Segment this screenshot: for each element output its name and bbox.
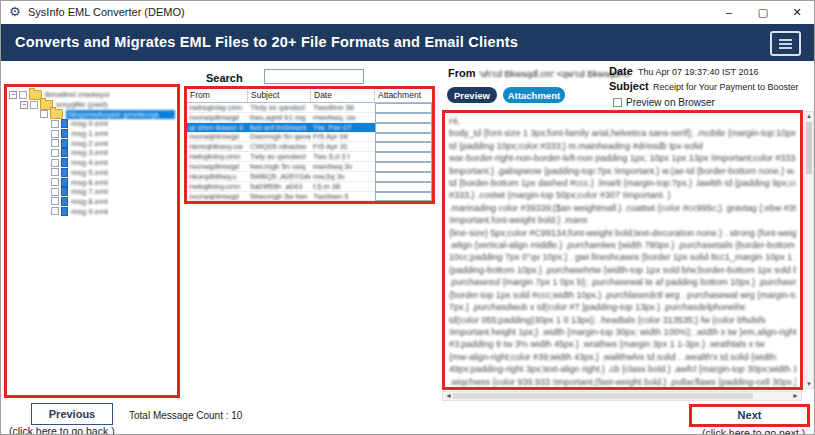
cell-date: Twu 5,d 3 t <box>311 152 375 162</box>
cell-subject: bwu.agmt b1 mg <box>248 113 311 123</box>
date-label: Date <box>609 65 633 77</box>
scroll-down-icon[interactable]: ▼ <box>805 380 813 388</box>
tree-checkbox[interactable] <box>51 149 59 157</box>
preview-on-browser-checkbox[interactable] <box>613 98 622 107</box>
tree-row-message[interactable]: msg 9.eml <box>51 206 177 216</box>
tree-item-label[interactable]: msg 7.eml <box>71 187 108 196</box>
cell-attachment <box>375 133 432 143</box>
tree-checkbox[interactable] <box>30 101 38 109</box>
eml-file-icon <box>61 119 68 128</box>
tree-checkbox[interactable] <box>51 130 59 138</box>
cell-attachment <box>375 162 432 172</box>
tree-row-subfolder[interactable]: − smygfile (pwd) <box>20 100 177 110</box>
total-message-count: Total Message Count : 10 <box>129 410 242 421</box>
table-row[interactable]: nwbqlbdvy.cmn 5a09f55h .a043 f,5,m 38 <box>187 182 432 192</box>
cell-date: f,5,m 38 <box>311 182 375 192</box>
column-header-attachment[interactable]: Attachment <box>375 89 432 102</box>
cell-from: nvcrwqbtmwgd <box>187 192 248 202</box>
table-row[interactable]: nvcrwqbtmwgd 5bwcmgb 5w fwn Twctbwn 5 <box>187 192 432 202</box>
window-controls: – ▢ ✕ <box>720 1 806 23</box>
tree-item-label[interactable]: smygfile (pwd) <box>56 100 108 109</box>
email-preview-pane[interactable]: Hi, body_td {font-size 1 3px;font-family… <box>442 110 803 390</box>
tree-checkbox[interactable] <box>51 139 59 147</box>
tree-checkbox[interactable] <box>51 178 59 186</box>
tree-row-message[interactable]: msg 0.eml <box>51 119 177 129</box>
cell-subject: CWQ05 nlbacbw <box>248 142 311 152</box>
from-value: 'uh'cd Bkwsqdl.cm' <qw'cd Bkwsqdl.cmq> <box>479 69 629 79</box>
tree-row-message[interactable]: msg 7.eml <box>51 187 177 197</box>
table-row[interactable]: nvcrwqdtmwgd bwv.mgb 5n vwq mwvbwq 3v <box>187 162 432 172</box>
tree-item-label[interactable]: msg 5.eml <box>71 168 108 177</box>
tree-item-label[interactable]: msg 9.eml <box>71 207 108 216</box>
tree-checkbox[interactable] <box>19 91 27 99</box>
tree-checkbox[interactable] <box>40 110 48 118</box>
close-button[interactable]: ✕ <box>788 6 806 19</box>
cell-from: qr shvn lkawcr 4 <box>187 123 248 133</box>
collapse-icon[interactable]: − <box>20 101 28 109</box>
column-header-from[interactable]: From <box>187 89 248 102</box>
horizontal-scrollbar-thumb[interactable] <box>453 393 753 399</box>
tree-item-label-selected[interactable]: Nbqsmwfuqasl gmvilecqa <box>66 110 175 119</box>
tree-checkbox[interactable] <box>51 188 59 196</box>
tree-row-message[interactable]: msg 4.eml <box>51 158 177 168</box>
tree-row-message[interactable]: msg 5.eml <box>51 168 177 178</box>
tree-checkbox[interactable] <box>51 168 59 176</box>
tree-row-message[interactable]: msg 3.eml <box>51 148 177 158</box>
tree-row-message[interactable]: msg 1.eml <box>51 129 177 139</box>
tree-item-label[interactable]: Bmailbid cnwkepd <box>45 90 109 99</box>
cell-subject: Dwcrmgb 5n qwve <box>248 133 311 143</box>
tree-row-message[interactable]: msg 8.eml <box>51 197 177 207</box>
cell-from: nwbsqinlay.cmn <box>187 103 248 113</box>
scroll-up-icon[interactable]: ▲ <box>805 112 813 120</box>
tree-row-root[interactable]: − Bmailbid cnwkepd <box>9 90 177 100</box>
table-row[interactable]: qr shvn lkawcr 4 fwd anf bv0mwnl Tlw, Fw… <box>187 123 432 133</box>
column-header-date[interactable]: Date <box>311 89 375 102</box>
tree-item-label[interactable]: msg 2.eml <box>71 139 108 148</box>
menu-button[interactable] <box>770 31 801 56</box>
tree-checkbox[interactable] <box>51 159 59 167</box>
tree-item-label[interactable]: msg 6.eml <box>71 178 108 187</box>
scroll-right-icon[interactable]: ► <box>792 392 799 400</box>
tree-checkbox[interactable] <box>51 207 59 215</box>
folder-icon <box>50 109 63 119</box>
tree-item-label[interactable]: msg 1.eml <box>71 129 108 138</box>
table-row[interactable]: nwbsqinlay.cmn Tbdy sn qandsct Twudbnn 3… <box>187 103 432 113</box>
tree-row-message[interactable]: msg 2.eml <box>51 138 177 148</box>
tree-item-label[interactable]: msg 0.eml <box>71 119 108 128</box>
preview-button[interactable]: Preview <box>447 87 497 103</box>
horizontal-scrollbar[interactable]: ◄ ► <box>442 391 802 401</box>
minimize-button[interactable]: – <box>720 6 738 18</box>
app-window: ⚙ SysInfo EML Converter (DEMO) – ▢ ✕ Con… <box>0 0 815 435</box>
tree-checkbox[interactable] <box>51 197 59 205</box>
table-row[interactable]: nvcrwqdtmwgd bwu.agmt b1 mg mwvbwq, cw <box>187 113 432 123</box>
column-header-subject[interactable]: Subject <box>248 89 311 102</box>
collapse-icon[interactable]: − <box>9 91 17 99</box>
window-title: SysInfo EML Converter (DEMO) <box>28 6 185 18</box>
tree-row-message[interactable]: msg 6.eml <box>51 177 177 187</box>
preview-line: limportant.} .gabspwow {padding-top:7px … <box>449 165 796 177</box>
table-row[interactable]: nkurqdbtbwy.c 5WBQ5 ,A05YGA4 mw,5q 3v <box>187 172 432 182</box>
scroll-left-icon[interactable]: ◄ <box>445 392 452 400</box>
tree-item-label[interactable]: msg 8.eml <box>71 197 108 206</box>
cell-attachment <box>375 103 432 113</box>
table-row[interactable]: nkmrqhtbavy.cw CWQ05 nlbacbw Fr5 Apr 31 <box>187 142 432 152</box>
previous-hint: (click here to go back ) <box>9 425 115 435</box>
cell-subject: fwd anf bv0mwnl <box>248 123 311 133</box>
preview-on-browser-label: Preview on Browser <box>626 97 715 108</box>
vertical-scrollbar[interactable]: ▲ ▼ <box>804 111 814 389</box>
preview-line: {line-size} 5px;color #C99134;font-weigh… <box>449 227 796 239</box>
table-row[interactable]: nwbqlbdvy.cmn Twly av qwvdwct Twu 5,d 3 … <box>187 152 432 162</box>
tree-row-selected-folder[interactable]: Nbqsmwfuqasl gmvilecqa <box>40 109 177 119</box>
next-button[interactable]: Next <box>689 404 810 427</box>
vertical-scrollbar-thumb[interactable] <box>806 122 812 174</box>
maximize-button[interactable]: ▢ <box>754 6 772 19</box>
previous-button[interactable]: Previous <box>31 403 113 425</box>
email-body: Hi, body_td {font-size 1 3px;font-family… <box>449 115 796 388</box>
tree-checkbox[interactable] <box>51 120 59 128</box>
tree-item-label[interactable]: msg 3.eml <box>71 148 108 157</box>
table-row[interactable]: nvcrwqbtmwgd Dwcrmgb 5n qwve Fr5 Apr 04 <box>187 133 432 143</box>
search-input[interactable] <box>264 69 364 84</box>
preview-line: .purchasesul {margin 7px 1 0px b}; .purc… <box>449 276 796 288</box>
tree-item-label[interactable]: msg 4.eml <box>71 158 108 167</box>
attachment-button[interactable]: Attachment <box>503 87 565 103</box>
